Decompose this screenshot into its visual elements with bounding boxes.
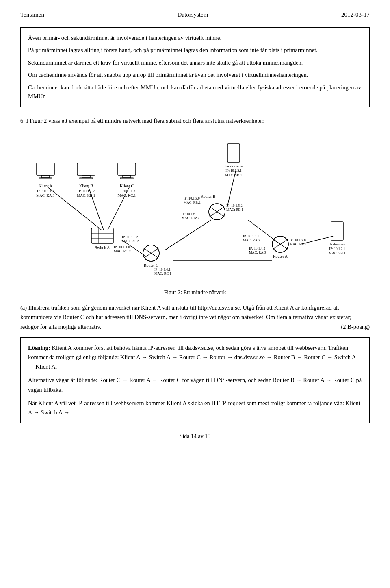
- svg-text:MAC: SD:1: MAC: SD:1: [225, 173, 242, 177]
- svg-rect-16: [82, 175, 90, 178]
- content-para-4: Om cacheminne används för att snabba upp…: [28, 70, 362, 79]
- svg-text:MAC: RC:3: MAC: RC:3: [114, 249, 131, 253]
- svg-text:MAC: RB:1: MAC: RB:1: [226, 208, 243, 212]
- svg-rect-23: [120, 178, 133, 179]
- content-para-5: Cacheminnet kan dock sitta både före och…: [28, 83, 362, 101]
- svg-rect-55: [228, 144, 240, 162]
- svg-text:MAC: RC:2: MAC: RC:2: [122, 239, 139, 243]
- da-server-icon: da.dsv.su.se IP: 10.1.2.1 MAC: SH:1: [329, 222, 345, 255]
- solution-para-2: Alternativa vägar är följande: Router C …: [28, 375, 362, 394]
- svg-text:MAC: SH:1: MAC: SH:1: [329, 251, 345, 255]
- svg-text:IP: 10.1.5.2: IP: 10.1.5.2: [226, 204, 243, 208]
- svg-text:Klient B: Klient B: [79, 184, 93, 188]
- svg-text:IP: 10.1.5.1: IP: 10.1.5.1: [243, 234, 259, 238]
- solution-label: Lösning:: [28, 345, 50, 351]
- svg-text:IP: 10.1.6.1: IP: 10.1.6.1: [182, 212, 198, 216]
- svg-text:dns.dsv.su.se: dns.dsv.su.se: [225, 164, 243, 168]
- content-box: Även primär- och sekundärminnet är invol…: [20, 27, 370, 107]
- svg-text:IP: 10.1.3.1: IP: 10.1.3.1: [225, 169, 242, 173]
- svg-text:MAC: RC:1: MAC: RC:1: [154, 271, 171, 276]
- page-number: Sida 14 av 15: [180, 433, 211, 439]
- router-b-icon: Router B IP: 10.1.3.0 MAC: RB:2 IP: 10.1…: [182, 194, 243, 220]
- svg-rect-17: [80, 178, 93, 179]
- sub-question-a-body: Illustrera trafiken som går genom nätver…: [20, 304, 351, 330]
- svg-text:IP: 10.1.1.1: IP: 10.1.1.1: [37, 189, 54, 193]
- network-svg: Klient A IP: 10.1.1.1 MAC: KA:1 Klient B…: [20, 132, 370, 287]
- svg-rect-27: [91, 228, 113, 243]
- svg-text:MAC: RB:2: MAC: RB:2: [184, 200, 201, 204]
- svg-text:IP: 10.1.6.2: IP: 10.1.6.2: [122, 235, 138, 239]
- svg-text:Router B: Router B: [201, 194, 216, 199]
- svg-text:Klient C: Klient C: [120, 184, 134, 188]
- solution-para-1: Lösning: Klient A kommer först att behöv…: [28, 343, 362, 372]
- header-right: 2012-03-17: [341, 11, 370, 18]
- router-c-icon: Router C IP: 10.1.1.0 MAC: RC:3 IP: 10.1…: [114, 235, 171, 276]
- svg-text:IP: 10.1.1.0: IP: 10.1.1.0: [114, 245, 130, 249]
- svg-text:Router A: Router A: [273, 254, 288, 258]
- header-left: Tentamen: [20, 11, 44, 18]
- svg-text:MAC: RB:3: MAC: RB:3: [182, 216, 199, 220]
- svg-text:IP: 10.1.1.3: IP: 10.1.1.3: [118, 189, 136, 193]
- svg-text:MAC: RA:1: MAC: RA:1: [290, 242, 307, 246]
- svg-text:MAC: RA:3: MAC: RA:3: [249, 250, 266, 254]
- svg-line-4: [165, 220, 211, 250]
- svg-text:IP: 10.1.4.2: IP: 10.1.4.2: [249, 246, 265, 250]
- sub-question-a-points: (2 B-poäng): [341, 322, 370, 332]
- svg-rect-10: [41, 175, 50, 178]
- client-c: Klient C IP: 10.1.1.3 MAC: KC:1: [118, 163, 136, 197]
- solution-box: Lösning: Klient A kommer först att behöv…: [20, 337, 370, 423]
- sub-question-a-label: (a): [20, 304, 27, 311]
- sub-question-a-text: (a) Illustrera trafiken som går genom nä…: [20, 303, 370, 332]
- diagram-caption: Figur 2: Ett mindre nätverk: [20, 289, 370, 296]
- svg-text:Switch A: Switch A: [95, 245, 110, 250]
- question-6-text: 6. I Figur 2 visas ett exempel på ett mi…: [20, 116, 370, 125]
- svg-text:IP: 10.1.4.1: IP: 10.1.4.1: [154, 267, 171, 271]
- header: Tentamen Datorsystem 2012-03-17: [20, 11, 370, 18]
- svg-text:da.dsv.su.se: da.dsv.su.se: [329, 242, 346, 246]
- dns-server-icon: dns.dsv.su.se IP: 10.1.3.1 MAC: SD:1: [225, 144, 243, 177]
- svg-text:MAC: KB:1: MAC: KB:1: [77, 193, 95, 197]
- solution-para-3: När Klient A väl vet IP-adressen till we…: [28, 399, 362, 417]
- footer: Sida 14 av 15: [20, 433, 370, 440]
- content-para-3: Sekundärminnet är därmed ett krav för vi…: [28, 58, 362, 67]
- svg-text:MAC: KC:1: MAC: KC:1: [118, 193, 136, 197]
- page: Tentamen Datorsystem 2012-03-17 Även pri…: [0, 0, 390, 588]
- svg-rect-21: [118, 163, 136, 175]
- svg-rect-11: [39, 178, 52, 179]
- switch-a-icon: Switch A: [91, 228, 113, 250]
- client-a: Klient A IP: 10.1.1.1 MAC: KA:1: [36, 163, 54, 197]
- svg-text:IP: 10.1.3.0: IP: 10.1.3.0: [184, 196, 200, 200]
- content-para-2: På primärminnet lagras allting i första …: [28, 46, 362, 54]
- svg-text:MAC: KA:1: MAC: KA:1: [36, 193, 54, 197]
- svg-text:Router C: Router C: [144, 263, 159, 267]
- svg-rect-22: [123, 175, 131, 178]
- svg-text:IP: 10.1.2.1: IP: 10.1.2.1: [329, 247, 345, 251]
- question-6: 6. I Figur 2 visas ett exempel på ett mi…: [20, 116, 370, 125]
- svg-rect-73: [331, 222, 343, 240]
- solution-text-1: Klient A kommer först att behöva hämta I…: [28, 345, 356, 370]
- svg-rect-15: [77, 163, 95, 175]
- client-b: Klient B IP: 10.1.1.2 MAC: KB:1: [77, 163, 95, 197]
- svg-text:IP: 10.1.2.0: IP: 10.1.2.0: [290, 238, 306, 242]
- svg-rect-9: [37, 163, 54, 175]
- content-para-1: Även primär- och sekundärminnet är invol…: [28, 33, 362, 42]
- sub-question-a: (a) Illustrera trafiken som går genom nä…: [20, 303, 370, 332]
- svg-text:MAC: RA:2: MAC: RA:2: [243, 238, 260, 242]
- svg-text:Klient A: Klient A: [39, 184, 53, 188]
- router-a-icon: Router A IP: 10.1.5.1 MAC: RA:2 IP: 10.1…: [243, 234, 307, 258]
- network-diagram: Klient A IP: 10.1.1.1 MAC: KA:1 Klient B…: [20, 132, 370, 287]
- svg-text:IP: 10.1.1.2: IP: 10.1.1.2: [78, 189, 95, 193]
- header-center: Datorsystem: [178, 11, 208, 18]
